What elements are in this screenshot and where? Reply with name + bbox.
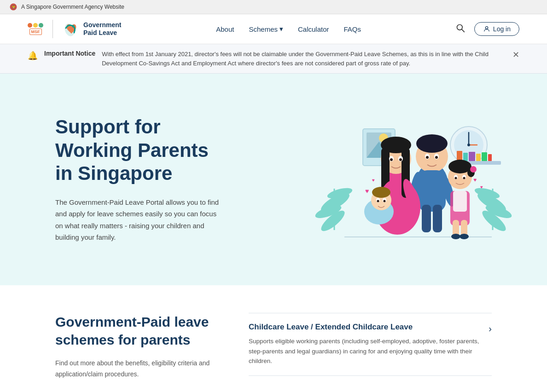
svg-rect-69 bbox=[453, 191, 467, 212]
nav-faqs[interactable]: FAQs bbox=[344, 25, 361, 33]
svg-point-80 bbox=[451, 234, 460, 239]
schemes-dropdown-icon: ▾ bbox=[279, 25, 283, 33]
svg-point-3 bbox=[72, 25, 75, 28]
header-right: Log in bbox=[456, 22, 519, 36]
svg-point-60 bbox=[372, 187, 390, 198]
svg-text:♥: ♥ bbox=[372, 178, 375, 183]
gpl-icon bbox=[62, 20, 81, 38]
svg-point-25 bbox=[467, 144, 470, 146]
svg-rect-27 bbox=[457, 151, 462, 161]
scheme-desc: Supports eligible working parents (inclu… bbox=[249, 336, 479, 366]
notice-close-button[interactable]: ✕ bbox=[512, 50, 519, 60]
svg-rect-29 bbox=[469, 152, 475, 161]
svg-point-40 bbox=[435, 156, 438, 159]
gpl-text: Government Paid Leave bbox=[83, 21, 121, 37]
notice-bell-icon: 🔔 bbox=[28, 51, 38, 61]
svg-point-76 bbox=[455, 177, 457, 179]
hero-content: Support for Working Parents in Singapore… bbox=[55, 115, 226, 243]
logo-divider bbox=[52, 20, 53, 38]
scheme-info: Childcare Leave / Extended Childcare Lea… bbox=[249, 323, 479, 366]
svg-rect-31 bbox=[482, 152, 487, 161]
svg-rect-30 bbox=[476, 154, 481, 161]
gov-bar-text: A Singapore Government Agency Website bbox=[21, 4, 124, 10]
scheme-arrow-button[interactable]: › bbox=[489, 323, 492, 334]
gpl-logo: Government Paid Leave bbox=[62, 20, 121, 38]
svg-rect-32 bbox=[488, 154, 492, 161]
svg-text:♥: ♥ bbox=[473, 177, 477, 183]
svg-point-81 bbox=[460, 234, 469, 239]
svg-point-54 bbox=[390, 158, 393, 161]
svg-point-55 bbox=[399, 158, 402, 161]
notice-label: Important Notice bbox=[44, 50, 95, 57]
msf-logo: MSF bbox=[28, 23, 43, 35]
scheme-card: Childcare Leave / Extended Childcare Lea… bbox=[249, 313, 492, 376]
hero-section: Support for Working Parents in Singapore… bbox=[0, 74, 547, 285]
nav-calculator[interactable]: Calculator bbox=[298, 25, 329, 33]
msf-badge: MSF bbox=[29, 29, 42, 35]
bottom-section: Government-Paid leave schemes for parent… bbox=[0, 285, 547, 392]
svg-line-5 bbox=[462, 29, 464, 31]
bottom-right: Childcare Leave / Extended Childcare Lea… bbox=[249, 313, 492, 380]
nav-schemes[interactable]: Schemes ▾ bbox=[249, 25, 283, 33]
lion-icon: 🦁 bbox=[9, 3, 17, 11]
bottom-section-desc: Find out more about the benefits, eligib… bbox=[55, 358, 212, 380]
gov-bar: 🦁 A Singapore Government Agency Website bbox=[0, 0, 547, 14]
svg-text:♥: ♥ bbox=[480, 184, 483, 190]
svg-point-77 bbox=[463, 177, 466, 179]
nav: About Schemes ▾ Calculator FAQs bbox=[216, 25, 361, 33]
search-icon bbox=[456, 23, 465, 33]
login-button[interactable]: Log in bbox=[474, 22, 519, 36]
family-illustration: ♥ ♥ ♥ bbox=[308, 101, 519, 258]
search-button[interactable] bbox=[456, 23, 465, 35]
svg-point-73 bbox=[470, 166, 477, 173]
svg-point-39 bbox=[426, 156, 429, 159]
bottom-section-title: Government-Paid leave schemes for parent… bbox=[55, 313, 212, 349]
svg-point-63 bbox=[377, 200, 379, 202]
scheme-title: Childcare Leave / Extended Childcare Lea… bbox=[249, 323, 479, 332]
svg-rect-43 bbox=[433, 205, 442, 232]
svg-rect-42 bbox=[422, 205, 431, 232]
logo-area: MSF Government Paid Leave bbox=[28, 20, 121, 38]
hero-title: Support for Working Parents in Singapore bbox=[55, 115, 226, 185]
svg-point-36 bbox=[416, 134, 448, 153]
svg-rect-41 bbox=[418, 170, 446, 212]
svg-point-6 bbox=[485, 27, 488, 29]
svg-text:♥: ♥ bbox=[390, 181, 394, 188]
notice-banner: 🔔 Important Notice With effect from 1st … bbox=[0, 44, 547, 74]
bottom-left: Government-Paid leave schemes for parent… bbox=[55, 313, 212, 380]
hero-description: The Government-Paid Leave Portal allows … bbox=[55, 196, 226, 243]
nav-about[interactable]: About bbox=[216, 25, 234, 33]
svg-text:♥: ♥ bbox=[365, 187, 369, 195]
user-icon bbox=[483, 25, 490, 33]
header: MSF Government Paid Leave About Schemes bbox=[0, 14, 547, 44]
svg-point-64 bbox=[384, 200, 386, 202]
hero-illustration: ♥ ♥ ♥ bbox=[308, 101, 519, 258]
svg-text:🦁: 🦁 bbox=[12, 5, 16, 9]
svg-rect-28 bbox=[463, 153, 468, 161]
notice-text: With effect from 1st January 2021, direc… bbox=[102, 50, 506, 68]
